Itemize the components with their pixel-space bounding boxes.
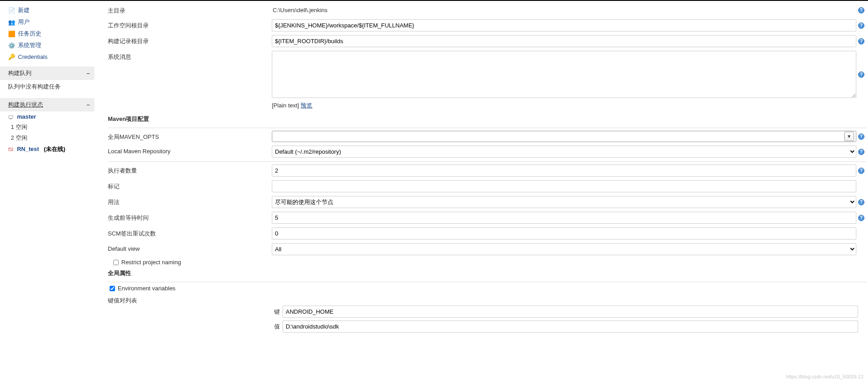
history-icon: 🟧 [8, 30, 15, 37]
system-message-textarea[interactable] [272, 51, 856, 98]
divider [108, 282, 866, 282]
preview-link[interactable]: 预览 [301, 102, 312, 109]
nav-users[interactable]: 👥 用户 [0, 16, 94, 28]
chevron-down-icon: ▼ [844, 132, 854, 141]
svg-rect-0 [9, 115, 13, 118]
help-icon[interactable]: ? [858, 7, 864, 13]
svg-rect-1 [10, 119, 12, 119]
users-icon: 👥 [8, 18, 15, 26]
help-icon[interactable]: ? [858, 38, 864, 44]
kv-value-label: 值 [272, 323, 280, 331]
node-name: master [17, 113, 36, 120]
new-icon: 📄 [8, 7, 15, 14]
global-props-title: 全局属性 [108, 269, 866, 277]
help-icon[interactable]: ? [858, 149, 864, 155]
divider [108, 128, 866, 128]
nav-label: 新建 [18, 6, 30, 14]
usage-select[interactable]: 尽可能的使用这个节点 [272, 196, 856, 208]
maven-section-title: Maven项目配置 [108, 115, 866, 123]
executors-label: 执行者数量 [108, 164, 272, 175]
pane-title: 构建队列 [8, 69, 31, 77]
help-icon[interactable]: ? [858, 71, 864, 78]
nav-label: 用户 [18, 18, 30, 26]
labels-input[interactable] [272, 180, 856, 192]
executor-slot: 1 空闲 [0, 122, 94, 133]
workspace-root-input[interactable] [272, 19, 856, 31]
restrict-naming-label: Restrict project naming [121, 259, 181, 266]
help-icon[interactable]: ? [858, 133, 864, 140]
maven-repo-select[interactable]: Default (~/.m2/repository) [272, 146, 856, 158]
collapse-icon[interactable]: − [86, 102, 90, 108]
env-vars-label: Environment variables [118, 285, 176, 292]
maven-opts-dropdown[interactable]: ▼ [272, 131, 856, 142]
executor-slot: 2 空闲 [0, 133, 94, 143]
default-view-select[interactable]: All [272, 243, 856, 255]
labels-label: 标记 [108, 180, 272, 191]
sidebar: 📄 新建 👥 用户 🟧 任务历史 ⚙️ 系统管理 🔑 Credentials 构… [0, 1, 94, 344]
kv-value-input[interactable] [283, 320, 858, 333]
collapse-icon[interactable]: − [86, 70, 90, 77]
home-dir-value: C:\Users\dell\.jenkins [272, 4, 856, 16]
kv-key-input[interactable] [283, 306, 858, 318]
scm-retry-label: SCM签出重试次数 [108, 227, 272, 238]
scm-retry-input[interactable] [272, 227, 856, 240]
help-icon[interactable]: ? [858, 215, 864, 221]
build-queue-empty: 队列中没有构建任务 [0, 80, 94, 93]
restrict-naming-checkbox[interactable] [113, 260, 119, 265]
executor-node-master[interactable]: master [0, 111, 94, 122]
usage-label: 用法 [108, 196, 272, 206]
pane-title: 构建执行状态 [8, 101, 43, 109]
offline-badge: (未在线) [44, 146, 66, 152]
quiet-period-label: 生成前等待时间 [108, 212, 272, 222]
kv-list-label: 键值对列表 [108, 294, 272, 305]
default-view-label: Default view [108, 243, 272, 252]
preview-row: [Plain text] 预览 [272, 102, 866, 110]
nav-label: 任务历史 [18, 30, 41, 38]
system-message-label: 系统消息 [108, 51, 272, 61]
help-icon[interactable]: ? [858, 199, 864, 205]
workspace-root-label: 工作空间根目录 [108, 19, 272, 30]
plain-text-label: [Plain text] [272, 102, 301, 109]
sidebar-nav: 📄 新建 👥 用户 🟧 任务历史 ⚙️ 系统管理 🔑 Credentials [0, 4, 94, 62]
maven-repo-label: Local Maven Repository [108, 146, 272, 155]
nav-label: 系统管理 [18, 41, 41, 49]
svg-line-3 [9, 148, 13, 151]
home-dir-label: 主目录 [108, 4, 272, 15]
help-icon[interactable]: ? [858, 22, 864, 29]
quiet-period-input[interactable] [272, 212, 856, 224]
executor-node-rntest[interactable]: RN_test (未在线) [0, 143, 94, 155]
env-vars-checkbox[interactable] [110, 286, 115, 291]
node-name: RN_test [17, 146, 39, 152]
executor-body: master 1 空闲 2 空闲 RN_test (未在线) [0, 111, 94, 155]
build-record-input[interactable] [272, 35, 856, 47]
nav-new[interactable]: 📄 新建 [0, 4, 94, 16]
nav-history[interactable]: 🟧 任务历史 [0, 28, 94, 40]
main-content: 主目录 C:\Users\dell\.jenkins ? 工作空间根目录 ? 构… [94, 1, 868, 344]
nav-manage[interactable]: ⚙️ 系统管理 [0, 40, 94, 51]
computer-offline-icon [8, 147, 13, 152]
key-icon: 🔑 [8, 53, 15, 60]
executor-header[interactable]: 构建执行状态 − [0, 98, 94, 111]
executors-input[interactable] [272, 164, 856, 177]
build-queue-header[interactable]: 构建队列 − [0, 67, 94, 80]
help-icon[interactable]: ? [858, 168, 864, 174]
kv-key-label: 键 [272, 308, 280, 316]
computer-icon [8, 115, 13, 120]
build-record-label: 构建记录根目录 [108, 35, 272, 45]
nav-label: Credentials [18, 53, 48, 60]
nav-credentials[interactable]: 🔑 Credentials [0, 51, 94, 62]
divider [108, 161, 866, 162]
gear-icon: ⚙️ [8, 42, 15, 49]
maven-opts-label: 全局MAVEN_OPTS [108, 131, 272, 141]
